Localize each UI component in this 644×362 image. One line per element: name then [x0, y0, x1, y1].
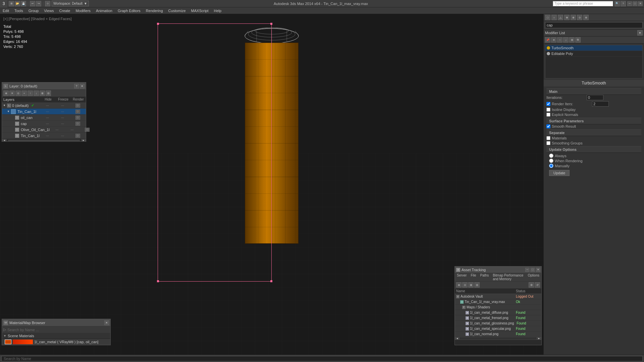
at-tool-refresh[interactable]: ↺ [535, 282, 540, 288]
layer-expand-default[interactable]: ▼ [3, 104, 6, 107]
menu-graph-editors[interactable]: Graph Editors [115, 7, 143, 14]
layer-render-btn-cap[interactable]: □ [75, 122, 80, 126]
at-row-normal[interactable]: ■ 1l_can_normal.png Found [455, 331, 541, 337]
mod-down-icon[interactable]: ↓ [563, 37, 569, 43]
scroll-right[interactable]: ► [81, 139, 86, 142]
layer-row-olive[interactable]: ○ Olive_Oil_Can_1l --- --- □ [2, 127, 86, 133]
at-tool2[interactable]: ⊙ [462, 282, 468, 288]
at-hscrollbar[interactable]: ◄ ► [455, 337, 541, 340]
at-menu-paths[interactable]: Paths [478, 273, 491, 281]
at-tool4[interactable]: ⊟ [474, 282, 480, 288]
at-hscroll-track[interactable] [460, 337, 537, 340]
smoothing-groups-checkbox[interactable] [546, 141, 550, 145]
new-icon[interactable]: ⊞ [9, 1, 14, 6]
at-menu-bitmap[interactable]: Bitmap Performance and Memory [491, 273, 526, 281]
at-tool1[interactable]: ⊕ [456, 282, 462, 288]
at-row-frensel[interactable]: ■ 1l_can_metal_frensel.png Found [455, 315, 541, 321]
at-row-diffuse[interactable]: ■ 1l_can_metal_diffuse.png Found [455, 310, 541, 315]
materials-checkbox[interactable] [546, 136, 550, 140]
mod-config-icon[interactable]: ⚙ [569, 37, 575, 43]
layer-render-btn-tin-can[interactable]: □ [75, 110, 80, 114]
scroll-left[interactable]: ◄ [2, 139, 7, 142]
mod-turbosmooth[interactable]: TurboSmooth [545, 45, 642, 51]
mod-pin-icon[interactable]: 📌 [545, 37, 550, 43]
layer-render-btn-tin-can2[interactable]: □ [75, 134, 80, 138]
open-icon[interactable]: 📂 [15, 1, 20, 6]
layer-expand-oil-can[interactable] [11, 116, 14, 119]
status-search[interactable]: Search by Name [1, 356, 643, 361]
redo-icon[interactable]: ↪ [36, 1, 41, 6]
layer-render-btn-olive[interactable]: □ [85, 128, 90, 132]
layers-tool5[interactable]: ↑ [28, 90, 33, 96]
layers-tool8[interactable]: ⊟ [46, 90, 51, 96]
layer-row-cap[interactable]: ○ cap --- --- □ [2, 121, 86, 127]
at-row-max-file[interactable]: 3 Tin_Can_1l_max_vray.max Ok [455, 299, 541, 305]
scroll-track[interactable] [8, 140, 80, 141]
undo-icon[interactable]: ↩ [30, 1, 35, 6]
mod-delete-icon[interactable]: ✕ [551, 37, 556, 43]
menu-maxscript[interactable]: MAXScript [189, 7, 211, 14]
scene-materials-header[interactable]: ▼ Scene Materials [2, 333, 110, 339]
layers-tool1[interactable]: ⊕ [3, 90, 9, 96]
select-icon[interactable]: ⊹ [45, 1, 50, 6]
layer-row-default[interactable]: ▼ L 0 (default) ✓ --- --- □ [2, 103, 86, 109]
at-menu-options[interactable]: Options [526, 273, 541, 281]
menu-animation[interactable]: Animation [93, 7, 115, 14]
rp-icon6[interactable]: ⊙ [577, 15, 582, 20]
when-rendering-radio[interactable] [549, 159, 553, 163]
help-icon[interactable]: ? [621, 1, 626, 6]
mat-item-1l-can-metal[interactable]: 1l_can_metal ( VRayMtl ) [cap, oil_can] [2, 339, 110, 345]
layers-scrollbar[interactable]: ◄ ► [2, 139, 86, 141]
layers-close-button[interactable]: ✕ [80, 84, 85, 88]
object-name-field[interactable] [545, 22, 643, 28]
layer-row-tin-can[interactable]: ▼ Tin_Can_1l --- --- □ [2, 109, 86, 115]
at-hscroll-left[interactable]: ◄ [455, 337, 460, 340]
at-row-vault[interactable]: V Autodesk Vault Logged Out [455, 294, 541, 299]
at-close[interactable]: ✕ [536, 268, 540, 272]
rp-icon4[interactable]: ⊕ [564, 15, 570, 20]
render-iters-input[interactable] [592, 101, 609, 107]
explicit-normals-checkbox[interactable] [546, 113, 550, 117]
at-row-gloss[interactable]: ■ 1l_can_metal_glossiness.png Found [455, 321, 541, 326]
always-radio[interactable] [549, 154, 553, 158]
menu-views[interactable]: Views [41, 7, 56, 14]
at-tool-settings[interactable]: ⚙ [529, 282, 534, 288]
menu-tools[interactable]: Tools [12, 7, 26, 14]
layer-render-btn-default[interactable]: □ [75, 104, 80, 108]
render-iters-checkbox[interactable] [546, 102, 550, 106]
rp-icon1[interactable]: □ [545, 15, 550, 20]
at-row-specular[interactable]: ■ 1l_can_metal_specular.png Found [455, 326, 541, 331]
at-hscroll-right[interactable]: ► [537, 337, 541, 340]
layer-row-tin-can2[interactable]: ○ Tin_Can_1l --- --- □ [2, 133, 86, 139]
rp-icon2[interactable]: ○ [551, 15, 557, 20]
menu-group[interactable]: Group [26, 7, 42, 14]
menu-help[interactable]: Help [211, 7, 224, 14]
layer-render-btn-oil-can[interactable]: □ [75, 116, 80, 120]
menu-customize[interactable]: Customize [166, 7, 189, 14]
search-box[interactable]: Type a keyword or phrase [553, 1, 613, 6]
minimize-btn[interactable]: ─ [627, 1, 632, 6]
at-menu-file[interactable]: File [469, 273, 478, 281]
mat-browser-close[interactable]: ✕ [104, 320, 109, 325]
save-icon[interactable]: 💾 [21, 1, 26, 6]
close-btn[interactable]: ✕ [638, 1, 643, 6]
layers-tool3[interactable]: ⊙ [15, 90, 21, 96]
layers-tool2[interactable]: ✕ [9, 90, 15, 96]
update-button[interactable]: Update [549, 170, 570, 176]
at-restore[interactable]: □ [531, 268, 535, 272]
rp-icon7[interactable]: ⊛ [583, 15, 589, 20]
menu-create[interactable]: Create [56, 7, 73, 14]
workspace-dropdown[interactable]: Workspace: Default ▼ [52, 1, 89, 6]
layers-tool6[interactable]: ↓ [34, 90, 39, 96]
layers-tool4[interactable]: + [21, 90, 27, 96]
manually-radio[interactable] [549, 164, 553, 168]
layers-tool7[interactable]: ⊞ [40, 90, 45, 96]
maximize-btn[interactable]: □ [633, 1, 637, 6]
mod-up-icon[interactable]: ↑ [557, 37, 562, 43]
search-btn[interactable]: 🔍 [614, 1, 620, 6]
isoline-checkbox[interactable] [546, 108, 550, 112]
menu-edit[interactable]: Edit [0, 7, 12, 14]
at-row-maps[interactable]: F Maps / Shaders [455, 305, 541, 310]
layer-row-oil-can[interactable]: ○ oil_can --- --- □ [2, 115, 86, 121]
at-menu-server[interactable]: Server [455, 273, 469, 281]
